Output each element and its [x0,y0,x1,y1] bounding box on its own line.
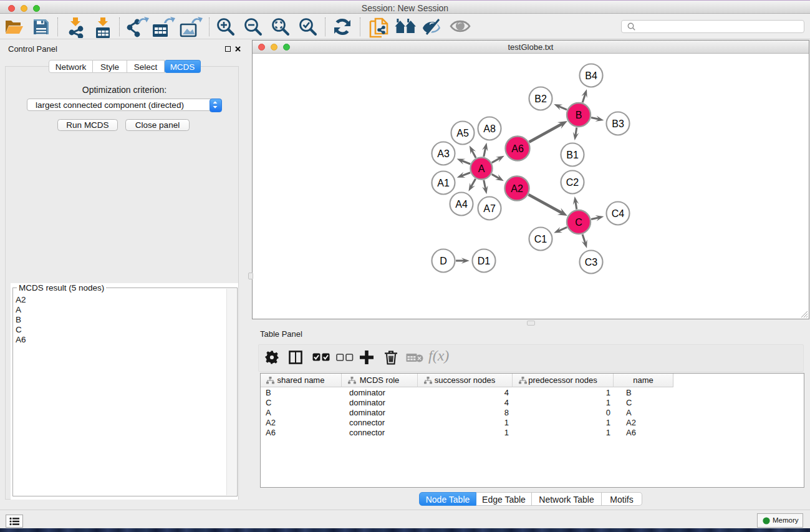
svg-text:A4: A4 [455,199,468,210]
svg-text:A3: A3 [437,148,450,159]
svg-text:A: A [478,163,485,174]
svg-text:A7: A7 [483,203,496,214]
svg-text:A5: A5 [456,128,469,138]
svg-text:C2: C2 [566,177,579,188]
svg-text:C3: C3 [585,257,598,268]
svg-text:D1: D1 [478,256,491,266]
svg-text:C4: C4 [612,208,625,219]
svg-text:B: B [576,110,582,120]
svg-text:B3: B3 [612,118,624,129]
svg-text:C1: C1 [534,234,547,244]
svg-text:A6: A6 [511,143,524,154]
svg-text:B1: B1 [566,150,579,160]
svg-text:A8: A8 [483,123,496,134]
svg-text:C: C [575,217,582,228]
svg-text:B2: B2 [534,94,547,104]
svg-text:A2: A2 [511,183,523,194]
svg-text:B4: B4 [585,70,597,81]
svg-text:A1: A1 [437,178,450,188]
svg-text:D: D [440,256,447,266]
